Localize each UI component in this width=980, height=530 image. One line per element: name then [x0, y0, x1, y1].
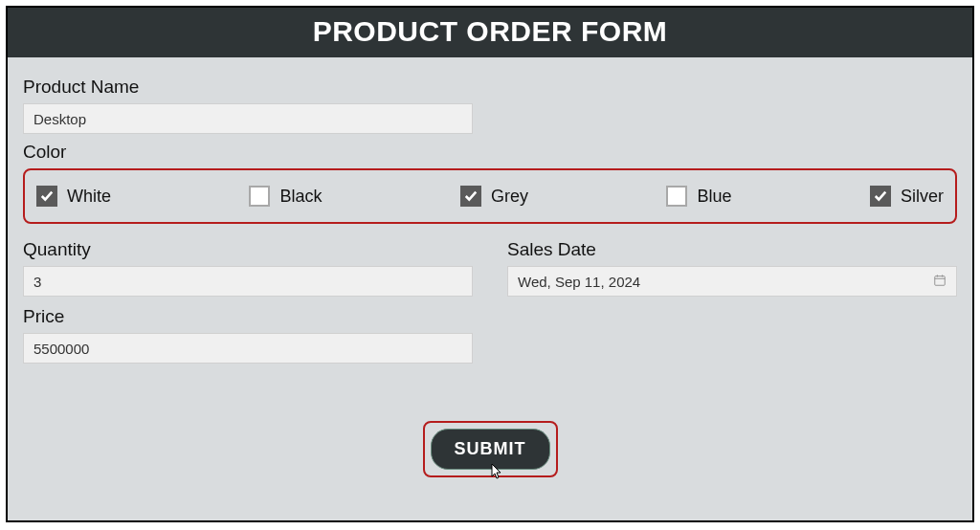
color-option-silver: Silver: [870, 186, 944, 207]
grey-checkbox[interactable]: [460, 186, 481, 207]
sales-date-section: Sales Date Wed, Sep 11, 2024: [507, 233, 957, 297]
submit-button[interactable]: SUBMIT: [431, 429, 550, 470]
check-icon: [464, 189, 478, 203]
black-checkbox[interactable]: [249, 186, 270, 207]
white-checkbox[interactable]: [36, 186, 57, 207]
black-checkbox-label: Black: [279, 187, 322, 207]
svg-rect-0: [935, 276, 946, 285]
color-section: Color White Black: [23, 142, 957, 224]
color-option-blue: Blue: [666, 186, 731, 207]
blue-checkbox[interactable]: [666, 186, 687, 207]
sales-date-label: Sales Date: [507, 239, 957, 260]
quantity-date-row: Quantity Sales Date Wed, Sep 11, 2024: [23, 233, 957, 297]
form-window: PRODUCT ORDER FORM Product Name Color Wh…: [6, 6, 974, 522]
color-option-white: White: [36, 186, 111, 207]
quantity-label: Quantity: [23, 239, 473, 260]
blue-checkbox-label: Blue: [697, 187, 731, 207]
price-input[interactable]: [23, 333, 473, 364]
sales-date-input[interactable]: Wed, Sep 11, 2024: [507, 266, 957, 297]
color-options-highlight: White Black Grey: [23, 168, 957, 224]
product-name-input[interactable]: [23, 103, 473, 134]
product-name-section: Product Name: [23, 77, 957, 134]
price-label: Price: [23, 306, 957, 327]
quantity-section: Quantity: [23, 233, 473, 297]
silver-checkbox-label: Silver: [901, 187, 944, 207]
color-label: Color: [23, 142, 957, 163]
form-title: PRODUCT ORDER FORM: [8, 8, 972, 57]
price-section: Price: [23, 306, 957, 364]
form-body: Product Name Color White Black: [8, 57, 972, 520]
color-option-black: Black: [249, 186, 322, 207]
sales-date-value: Wed, Sep 11, 2024: [518, 274, 640, 290]
quantity-input[interactable]: [23, 266, 473, 297]
silver-checkbox[interactable]: [870, 186, 891, 207]
check-icon: [874, 189, 887, 203]
grey-checkbox-label: Grey: [491, 187, 528, 207]
submit-highlight: SUBMIT: [423, 421, 558, 477]
color-option-grey: Grey: [460, 186, 528, 207]
calendar-icon: [933, 274, 947, 290]
white-checkbox-label: White: [67, 187, 111, 207]
check-icon: [40, 189, 54, 203]
product-name-label: Product Name: [23, 77, 957, 98]
submit-area: SUBMIT: [23, 421, 957, 477]
